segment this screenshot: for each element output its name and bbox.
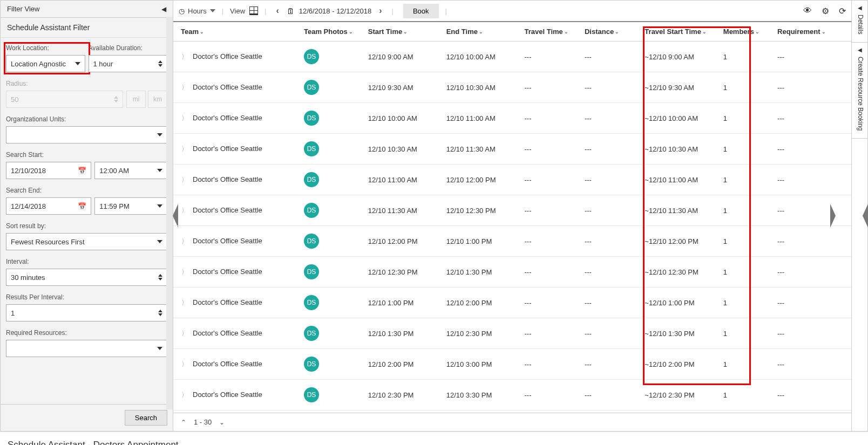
grid-view-icon[interactable] <box>249 6 258 15</box>
spinner-icon[interactable] <box>158 274 162 280</box>
hours-dropdown[interactable]: ◷ Hours <box>179 7 215 15</box>
chevron-right-icon[interactable]: 〉 <box>182 329 186 338</box>
spinner-icon[interactable] <box>158 60 162 67</box>
travel-cell: --- <box>520 103 580 134</box>
chevron-right-icon[interactable]: 〉 <box>182 391 186 400</box>
calendar-icon[interactable]: 🗓 <box>287 6 295 16</box>
table-row[interactable]: 〉Doctor's Office SeattleDS12/10 11:30 AM… <box>173 195 851 226</box>
avatar: DS <box>304 141 319 156</box>
requirement-cell: --- <box>773 226 851 257</box>
expand-down-icon[interactable]: ⌄ <box>219 419 225 426</box>
travel-start-cell: ~12/10 9:30 AM <box>640 72 718 103</box>
distance-cell: --- <box>580 165 640 195</box>
team-cell: Doctor's Office Seattle <box>193 360 262 368</box>
work-location-value: Location Agnostic <box>11 60 66 68</box>
search-start-time[interactable]: 12:00 AM <box>94 162 167 179</box>
search-end-time[interactable]: 11:59 PM <box>94 197 167 215</box>
end-cell: 12/10 12:30 PM <box>442 195 520 226</box>
team-cell: Doctor's Office Seattle <box>193 206 262 214</box>
scrollbar-thumb[interactable] <box>167 35 172 364</box>
end-cell: 12/10 10:30 AM <box>442 72 520 103</box>
available-duration-input[interactable]: 1 hour <box>89 55 168 72</box>
members-cell: 1 <box>719 349 773 380</box>
chevron-right-icon[interactable]: 〉 <box>182 268 186 277</box>
create-booking-tab-label: Create Resource Booking <box>857 57 864 131</box>
table-row[interactable]: 〉Doctor's Office SeattleDS12/10 12:30 PM… <box>173 257 851 287</box>
table-row[interactable]: 〉Doctor's Office SeattleDS12/10 11:00 AM… <box>173 165 851 195</box>
table-row[interactable]: 〉Doctor's Office SeattleDS12/10 2:00 PM1… <box>173 349 851 380</box>
create-booking-tab[interactable]: ◀ Create Resource Booking <box>852 43 867 139</box>
calendar-icon[interactable] <box>78 202 86 210</box>
team-cell: Doctor's Office Seattle <box>193 237 262 245</box>
header-travel[interactable]: Travel Time⌄ <box>520 22 580 42</box>
header-team[interactable]: Team⌄ <box>173 22 300 42</box>
header-travel-start[interactable]: Travel Start Time⌄ <box>640 22 718 42</box>
start-cell: 12/10 9:30 AM <box>364 72 442 103</box>
chevron-right-icon[interactable]: 〉 <box>182 145 186 154</box>
avatar: DS <box>304 80 319 95</box>
chevron-right-icon[interactable]: 〉 <box>182 175 186 184</box>
table-row[interactable]: 〉Doctor's Office SeattleDS12/10 1:30 PM1… <box>173 318 851 349</box>
requirement-cell: --- <box>773 318 851 349</box>
members-cell: 1 <box>719 318 773 349</box>
chevron-down-icon <box>157 204 162 208</box>
chevron-down-icon <box>157 133 162 136</box>
details-tab[interactable]: ◀ Details <box>852 1 867 43</box>
required-resources-select[interactable] <box>6 340 167 357</box>
chevron-right-icon[interactable]: 〉 <box>182 298 186 307</box>
sort-by-label: Sort result by: <box>6 222 167 230</box>
gear-icon[interactable]: ⚙ <box>822 6 829 16</box>
calendar-icon[interactable] <box>78 167 86 175</box>
spinner-icon[interactable] <box>158 310 162 316</box>
header-distance[interactable]: Distance⌄ <box>580 22 640 42</box>
table-row[interactable]: 〉Doctor's Office SeattleDS12/10 1:00 PM1… <box>173 287 851 318</box>
results-per-interval-input[interactable]: 1 <box>6 304 167 321</box>
header-start[interactable]: Start Time⌄ <box>364 22 442 42</box>
work-location-select[interactable]: Location Agnostic <box>6 55 85 72</box>
chevron-right-icon[interactable]: 〉 <box>182 52 186 61</box>
chevron-right-icon[interactable]: 〉 <box>182 114 186 123</box>
table-row[interactable]: 〉Doctor's Office SeattleDS12/10 12:00 PM… <box>173 226 851 257</box>
collapse-up-icon[interactable]: ⌃ <box>181 419 186 426</box>
travel-cell: --- <box>520 42 580 72</box>
org-units-select[interactable] <box>6 126 167 143</box>
table-row[interactable]: 〉Doctor's Office SeattleDS12/10 2:30 PM1… <box>173 380 851 410</box>
header-requirement[interactable]: Requirement⌄ <box>773 22 851 42</box>
next-button[interactable]: › <box>376 6 385 16</box>
prev-button[interactable]: ‹ <box>273 6 282 16</box>
sort-by-select[interactable]: Fewest Resources First <box>6 233 167 250</box>
collapse-left-icon[interactable]: ◀ <box>161 5 166 13</box>
results-per-interval-label: Results Per Interval: <box>6 293 167 301</box>
search-end-label: Search End: <box>6 187 167 194</box>
distance-cell: --- <box>580 380 640 410</box>
header-end[interactable]: End Time⌄ <box>442 22 520 42</box>
search-end-date[interactable]: 12/14/2018 <box>6 197 91 215</box>
travel-start-cell: ~12/10 11:00 AM <box>640 165 718 195</box>
chevron-right-icon[interactable]: 〉 <box>182 83 186 92</box>
end-cell: 12/10 11:30 AM <box>442 134 520 165</box>
interval-value: 30 minutes <box>11 273 45 282</box>
refresh-icon[interactable]: ⟳ <box>839 6 846 16</box>
chevron-right-icon[interactable]: 〉 <box>182 360 186 369</box>
travel-start-cell: ~12/10 1:30 PM <box>640 318 718 349</box>
eye-icon[interactable]: 👁 <box>803 6 812 16</box>
table-row[interactable]: 〉Doctor's Office SeattleDS12/10 9:00 AM1… <box>173 42 851 72</box>
available-duration-label: Available Duration: <box>89 44 168 52</box>
table-row[interactable]: 〉Doctor's Office SeattleDS12/10 10:00 AM… <box>173 103 851 134</box>
header-members[interactable]: Members⌄ <box>719 22 773 42</box>
members-cell: 1 <box>719 287 773 318</box>
table-row[interactable]: 〉Doctor's Office SeattleDS12/10 9:30 AM1… <box>173 72 851 103</box>
chevron-right-icon[interactable]: 〉 <box>182 206 186 215</box>
requirement-cell: --- <box>773 165 851 195</box>
chevron-right-icon[interactable]: 〉 <box>182 237 186 246</box>
book-button[interactable]: Book <box>403 4 439 18</box>
start-cell: 12/10 2:00 PM <box>364 349 442 380</box>
avatar: DS <box>304 111 319 126</box>
interval-input[interactable]: 30 minutes <box>6 269 167 286</box>
table-row[interactable]: 〉Doctor's Office SeattleDS12/10 3:00 PM1… <box>173 410 851 413</box>
table-row[interactable]: 〉Doctor's Office SeattleDS12/10 10:30 AM… <box>173 134 851 165</box>
search-start-date[interactable]: 12/10/2018 <box>6 162 91 179</box>
results-grid[interactable]: Team⌄ Team Photos⌄ Start Time⌄ End Time⌄… <box>173 22 851 413</box>
search-button[interactable]: Search <box>125 410 167 426</box>
header-photos[interactable]: Team Photos⌄ <box>300 22 364 42</box>
